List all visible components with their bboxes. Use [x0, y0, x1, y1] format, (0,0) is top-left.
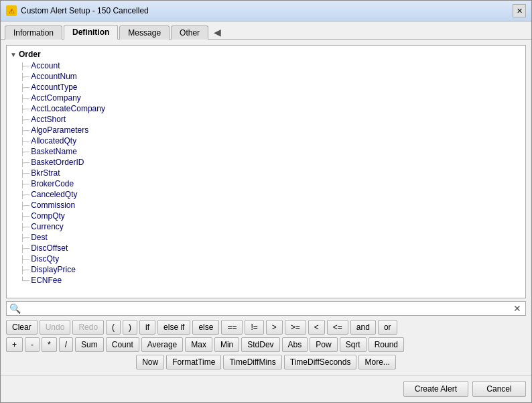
neq-button[interactable]: !=: [245, 320, 263, 335]
search-input[interactable]: [23, 304, 512, 313]
list-item[interactable]: ├─ AccountType: [7, 82, 525, 93]
tree-root-label: Order: [19, 50, 41, 59]
minus-button[interactable]: -: [25, 337, 40, 352]
list-item[interactable]: ├─ Dest: [7, 232, 525, 243]
cancel-button[interactable]: Cancel: [472, 381, 526, 397]
lte-button[interactable]: <=: [327, 320, 348, 335]
expand-icon: ▼: [9, 51, 17, 58]
button-row-2: + - * / Sum Count Average Max Min StdDev…: [6, 337, 526, 352]
tab-information[interactable]: Information: [5, 25, 62, 40]
list-item[interactable]: ├─ BasketOrderID: [7, 157, 525, 168]
pow-button[interactable]: Pow: [310, 337, 337, 352]
list-item[interactable]: ├─ AcctCompany: [7, 93, 525, 103]
list-item[interactable]: ├─ AlgoParameters: [7, 125, 525, 135]
tab-bar: Information Definition Message Other ◀: [1, 21, 531, 40]
search-icon: 🔍: [9, 303, 21, 314]
list-item[interactable]: └─ ECNFee: [7, 275, 525, 286]
multiply-button[interactable]: *: [42, 337, 57, 352]
else-if-button[interactable]: else if: [157, 320, 190, 335]
paren-close-button[interactable]: ): [123, 320, 137, 335]
lt-button[interactable]: <: [308, 320, 325, 335]
tree-children: ├─ Account ├─ AccountNum ├─ AccountType …: [7, 60, 525, 286]
paren-open-button[interactable]: (: [106, 320, 121, 335]
list-item[interactable]: ├─ DiscOffset: [7, 243, 525, 253]
formattime-button[interactable]: FormatTime: [166, 355, 221, 369]
redo-button[interactable]: Redo: [72, 320, 104, 335]
search-bar: 🔍 ✕: [6, 301, 526, 316]
stddev-button[interactable]: StdDev: [241, 337, 279, 352]
and-button[interactable]: and: [350, 320, 376, 335]
list-item[interactable]: ├─ BrokerCode: [7, 178, 525, 189]
list-item[interactable]: ├─ BkrStrat: [7, 168, 525, 178]
divide-button[interactable]: /: [59, 337, 73, 352]
list-item[interactable]: ├─ AcctLocateCompany: [7, 103, 525, 114]
tab-scroll-arrow[interactable]: ◀: [210, 25, 225, 40]
search-clear-button[interactable]: ✕: [512, 303, 523, 314]
tree-root-order[interactable]: ▼ Order: [7, 48, 525, 60]
tab-other[interactable]: Other: [171, 25, 208, 40]
button-row-1: Clear Undo Redo ( ) if else if else == !…: [6, 320, 526, 335]
tab-message[interactable]: Message: [119, 25, 170, 40]
close-button[interactable]: ✕: [513, 4, 526, 17]
button-row-3: Now FormatTime TimeDiffMins TimeDiffSeco…: [6, 355, 526, 369]
sqrt-button[interactable]: Sqrt: [340, 337, 367, 352]
button-rows: Clear Undo Redo ( ) if else if else == !…: [6, 320, 526, 369]
list-item[interactable]: ├─ BasketName: [7, 146, 525, 157]
list-item[interactable]: ├─ AcctShort: [7, 114, 525, 125]
list-item[interactable]: ├─ Account: [7, 60, 525, 71]
main-content: ▼ Order ├─ Account ├─ AccountNum ├─: [1, 40, 531, 375]
if-button[interactable]: if: [139, 320, 155, 335]
eq-button[interactable]: ==: [221, 320, 243, 335]
title-bar-left: ⚠ Custom Alert Setup - 150 Cancelled: [6, 5, 149, 16]
list-item[interactable]: ├─ AccountNum: [7, 71, 525, 82]
tree-container: ▼ Order ├─ Account ├─ AccountNum ├─: [6, 45, 526, 298]
tab-definition[interactable]: Definition: [64, 25, 118, 40]
gt-button[interactable]: >: [266, 320, 283, 335]
gte-button[interactable]: >=: [285, 320, 306, 335]
plus-button[interactable]: +: [6, 337, 23, 352]
now-button[interactable]: Now: [136, 355, 164, 369]
max-button[interactable]: Max: [185, 337, 212, 352]
average-button[interactable]: Average: [141, 337, 183, 352]
warning-icon: ⚠: [6, 5, 17, 16]
list-item[interactable]: ├─ DisplayPrice: [7, 264, 525, 275]
abs-button[interactable]: Abs: [282, 337, 308, 352]
sum-button[interactable]: Sum: [75, 337, 104, 352]
clear-button[interactable]: Clear: [6, 320, 38, 335]
title-bar: ⚠ Custom Alert Setup - 150 Cancelled ✕: [1, 1, 531, 21]
timediffmins-button[interactable]: TimeDiffMins: [223, 355, 281, 369]
list-item[interactable]: ├─ DiscQty: [7, 253, 525, 264]
timediffseconds-button[interactable]: TimeDiffSeconds: [284, 355, 357, 369]
else-button[interactable]: else: [192, 320, 219, 335]
undo-button[interactable]: Undo: [40, 320, 71, 335]
round-button[interactable]: Round: [369, 337, 404, 352]
more-button[interactable]: More...: [358, 355, 395, 369]
list-item[interactable]: ├─ CanceledQty: [7, 189, 525, 200]
list-item[interactable]: ├─ Currency: [7, 221, 525, 232]
list-item[interactable]: ├─ Commission: [7, 200, 525, 211]
footer: Create Alert Cancel: [1, 375, 531, 402]
main-window: ⚠ Custom Alert Setup - 150 Cancelled ✕ I…: [0, 0, 532, 403]
or-button[interactable]: or: [378, 320, 397, 335]
count-button[interactable]: Count: [106, 337, 139, 352]
list-item[interactable]: ├─ AllocatedQty: [7, 135, 525, 146]
list-item[interactable]: ├─ CompQty: [7, 211, 525, 221]
min-button[interactable]: Min: [214, 337, 239, 352]
tree-scroll[interactable]: ▼ Order ├─ Account ├─ AccountNum ├─: [7, 46, 525, 298]
window-title: Custom Alert Setup - 150 Cancelled: [21, 6, 149, 15]
create-alert-button[interactable]: Create Alert: [403, 381, 468, 397]
